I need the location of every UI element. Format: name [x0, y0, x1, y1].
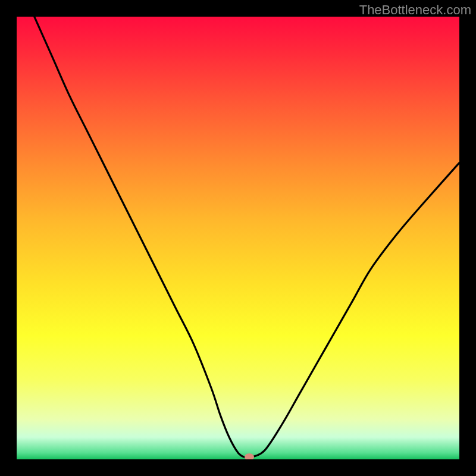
bottleneck-curve-line: [35, 17, 459, 458]
plot-area: [17, 17, 459, 459]
watermark-text: TheBottleneck.com: [359, 2, 471, 18]
bottleneck-curve-svg: [17, 17, 459, 459]
optimal-point-marker: [245, 453, 254, 459]
